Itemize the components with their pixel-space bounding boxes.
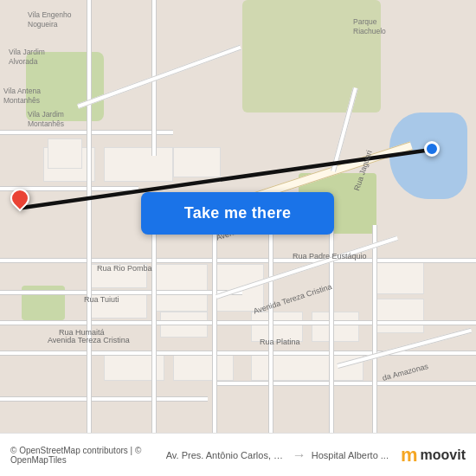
origin-marker (10, 189, 29, 208)
moovit-text-label: moovit (421, 447, 466, 463)
neigh-label-3: Vila AntenaMontanhês (3, 87, 41, 106)
attribution-text: © OpenStreetMap contributors | © OpenMap… (10, 446, 166, 465)
destination-marker (424, 141, 440, 157)
to-label: Hospital Alberto ... (312, 450, 389, 460)
take-me-there-label: Take me there (184, 204, 292, 222)
take-me-there-button[interactable]: Take me there (141, 192, 334, 235)
road-v-6 (268, 225, 273, 433)
road-h-6 (216, 381, 476, 386)
road-h-7 (0, 396, 208, 402)
road-h-4 (0, 320, 476, 325)
street-label-padre: Rua Padre Eustáquio (293, 252, 367, 261)
street-label-rio-pomba: Rua Rio Pomba (97, 264, 152, 273)
street-label-platina: Rua Platina (260, 338, 300, 346)
arrow-separator: → (293, 447, 306, 463)
block-2 (104, 147, 173, 182)
map-container: Vila EngenhoNogueira Vila JardimAlvorada… (0, 0, 476, 433)
block-9 (173, 355, 234, 381)
block-5 (156, 264, 208, 312)
from-label: Av. Pres. Antônio Carlos, 1143... (166, 450, 287, 460)
block-16 (48, 138, 82, 169)
road-h-2 (0, 258, 476, 263)
street-label-tuiuti: Rua Tuiuti (84, 295, 119, 304)
road-v-5 (212, 216, 217, 433)
block-13 (372, 260, 424, 294)
block-14 (372, 299, 424, 333)
bottom-right-section: Av. Pres. Antônio Carlos, 1143... → Hosp… (166, 444, 466, 466)
block-15 (173, 147, 221, 177)
road-v-8 (372, 225, 377, 433)
pin-circle (6, 184, 33, 211)
road-h-5 (0, 351, 476, 356)
road-v-4 (151, 225, 157, 433)
bottom-left-section: © OpenStreetMap contributors | © OpenMap… (10, 446, 166, 465)
street-label-tereza-1: Avenida Tereza Cristina (48, 336, 130, 344)
road-v-1 (87, 0, 92, 173)
road-h-3 (0, 290, 242, 295)
moovit-logo: m moovit (401, 444, 466, 466)
moovit-m-icon: m (401, 444, 417, 466)
neigh-label-4: Vila JardimMontanhês (28, 110, 64, 129)
neigh-label-2: Vila JardimAlvorada (9, 48, 45, 67)
block-11 (312, 312, 359, 342)
bottom-bar: © OpenStreetMap contributors | © OpenMap… (0, 433, 476, 476)
neigh-label-parque: ParqueRiachuelo (353, 17, 386, 36)
neigh-label-1: Vila EngenhoNogueira (28, 10, 71, 29)
